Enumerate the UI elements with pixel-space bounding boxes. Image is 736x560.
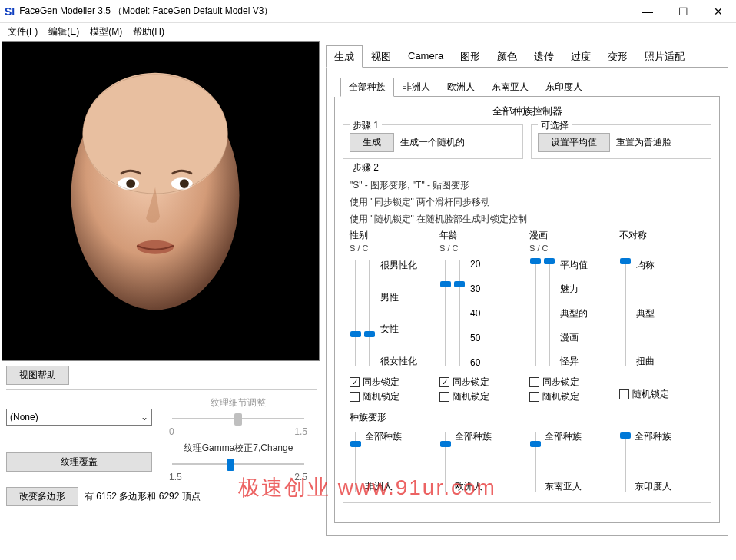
svg-point-5 xyxy=(126,179,135,188)
tab-tween[interactable]: 过度 xyxy=(562,45,599,68)
title-bar: SI FaceGen Modeller 3.5 （Model: FaceGen … xyxy=(0,0,736,23)
age-sync-lock[interactable]: ✓同步锁定 xyxy=(439,376,525,389)
cartoon-slider-c[interactable] xyxy=(543,256,555,371)
menu-model[interactable]: 模型(M) xyxy=(85,24,127,40)
race-subtabs: 全部种族 非洲人 欧洲人 东南亚人 东印度人 xyxy=(340,77,720,97)
reset-desc: 重置为普通脸 xyxy=(616,136,671,149)
asym-slider[interactable] xyxy=(619,256,632,371)
group-step2: 步骤 2 "S" - 图形变形, "T" - 贴图变形 使用 "同步锁定" 两个… xyxy=(343,167,711,503)
gender-slider-s[interactable] xyxy=(350,256,362,371)
main-tabs: 生成 视图 Camera 图形 颜色 遗传 过度 变形 照片适配 xyxy=(326,45,728,68)
race-slider-e-indian[interactable] xyxy=(619,427,632,496)
group-step1: 步骤 1 生成 生成一个随机的 xyxy=(343,124,523,159)
menu-edit[interactable]: 编辑(E) xyxy=(44,24,84,40)
generate-button[interactable]: 生成 xyxy=(350,133,394,152)
svg-point-6 xyxy=(180,179,189,188)
generate-desc: 生成一个随机的 xyxy=(400,136,465,149)
cartoon-random-lock[interactable]: 随机锁定 xyxy=(529,390,615,403)
maximize-button[interactable]: ☐ xyxy=(665,0,701,23)
tab-camera[interactable]: Camera xyxy=(399,45,452,68)
tab-view[interactable]: 视图 xyxy=(363,45,399,68)
texture-override-button[interactable]: 纹理覆盖 xyxy=(6,452,152,472)
gender-random-lock[interactable]: 随机锁定 xyxy=(350,390,435,403)
subtab-european[interactable]: 欧洲人 xyxy=(439,78,483,97)
minimize-button[interactable]: ― xyxy=(630,0,665,23)
step2-info1: "S" - 图形变形, "T" - 贴图变形 xyxy=(350,178,705,192)
section-title: 全部种族控制器 xyxy=(341,104,713,118)
age-slider-s[interactable] xyxy=(439,256,452,371)
window-title: FaceGen Modeller 3.5 （Model: FaceGen Def… xyxy=(19,5,630,18)
tab-shape[interactable]: 图形 xyxy=(452,45,489,68)
tab-color[interactable]: 颜色 xyxy=(489,45,525,68)
asym-random-lock[interactable]: 随机锁定 xyxy=(619,388,705,401)
race-slider-se-asian[interactable] xyxy=(529,427,542,496)
menu-bar: 文件(F) 编辑(E) 模型(M) 帮助(H) xyxy=(0,23,736,40)
subtab-se-asian[interactable]: 东南亚人 xyxy=(483,78,537,97)
texture-select-value: (None) xyxy=(10,412,38,422)
view-help-button[interactable]: 视图帮助 xyxy=(6,366,69,385)
step2-info3: 使用 "随机锁定" 在随机脸部生成时锁定控制 xyxy=(350,212,705,226)
race-slider-african[interactable] xyxy=(350,427,362,496)
age-random-lock[interactable]: 随机锁定 xyxy=(439,390,525,403)
set-average-button[interactable]: 设置平均值 xyxy=(538,133,610,152)
step2-info2: 使用 "同步锁定" 两个滑杆同步移动 xyxy=(350,195,705,209)
group-optional: 可选择 设置平均值 重置为普通脸 xyxy=(531,124,711,159)
3d-viewport[interactable] xyxy=(2,41,320,361)
age-slider-c[interactable] xyxy=(453,256,466,371)
cartoon-sync-lock[interactable]: 同步锁定 xyxy=(529,376,615,389)
menu-help[interactable]: 帮助(H) xyxy=(128,24,169,40)
close-button[interactable]: ✕ xyxy=(701,0,736,23)
subtab-all-races[interactable]: 全部种族 xyxy=(340,78,394,97)
tab-photo-fit[interactable]: 照片适配 xyxy=(636,45,693,68)
tab-genetic[interactable]: 遗传 xyxy=(525,45,562,68)
race-slider-european[interactable] xyxy=(439,427,452,496)
race-morph-title: 种族变形 xyxy=(350,411,705,424)
subtab-african[interactable]: 非洲人 xyxy=(394,78,439,97)
gender-sync-lock[interactable]: ✓同步锁定 xyxy=(350,376,435,389)
cartoon-slider-s[interactable] xyxy=(529,256,542,371)
app-icon: SI xyxy=(5,5,15,18)
gender-slider-c[interactable] xyxy=(363,256,376,371)
texture-select[interactable]: (None) ⌄ xyxy=(6,409,152,426)
gamma-label: 纹理Gamma校正7,Change xyxy=(160,442,317,455)
polygon-info: 有 6152 多边形和 6292 顶点 xyxy=(85,490,201,503)
subtab-e-indian[interactable]: 东印度人 xyxy=(537,78,591,97)
change-polygon-button[interactable]: 改变多边形 xyxy=(6,487,78,506)
gamma-slider[interactable] xyxy=(160,456,317,472)
texture-detail-label: 纹理细节调整 xyxy=(160,396,317,409)
chevron-down-icon: ⌄ xyxy=(141,412,148,422)
menu-file[interactable]: 文件(F) xyxy=(3,24,42,40)
tab-generate[interactable]: 生成 xyxy=(326,45,363,68)
texture-detail-slider[interactable] xyxy=(160,411,317,426)
tab-morph[interactable]: 变形 xyxy=(599,45,636,68)
